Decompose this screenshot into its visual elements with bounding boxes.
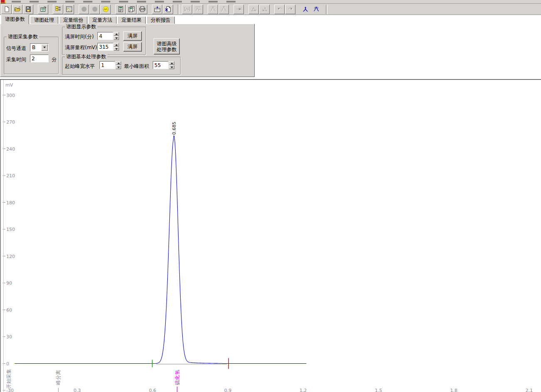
svg-text:210: 210 [6,173,15,179]
svg-text:270: 270 [6,119,15,125]
svg-text:180: 180 [6,200,15,206]
chevron-down-icon [43,47,46,50]
baseline-left-button[interactable] [248,5,259,14]
advanced-params-button[interactable]: 谱图高级 处理参数 [154,38,180,55]
spinner-up-button[interactable] [114,32,119,36]
panel-left-edge [0,80,1,392]
arrow-down-icon [171,67,173,69]
signal-trace [15,135,306,363]
spinner-down-button[interactable] [114,47,119,51]
toolbar-group [274,5,296,14]
peak-rt-label: 0.685 [171,122,177,135]
peak-start-mark-button[interactable] [208,5,218,14]
print-report-button[interactable] [137,5,147,14]
tab-quant-method[interactable]: 定量方法 [88,16,117,24]
toolbar-group [182,5,203,14]
component-label: 硫化氢 [174,370,180,385]
manual-peak-button[interactable] [300,5,310,14]
redo-button[interactable] [285,5,295,14]
chromatogram-plot[interactable]: mV3002702402101801501209060300-300.30.60… [0,80,541,392]
y-axis: mV3002702402101801501209060300-30 [3,82,15,392]
svg-text:60: 60 [6,308,12,313]
new-file-button[interactable] [1,5,12,14]
tab-quant-results[interactable]: 定量结果 [117,16,146,24]
fullscreen-range-button[interactable]: 满屏 [123,42,142,52]
goto-end-button[interactable] [233,5,244,14]
toolbar-group [115,5,148,14]
calculator-icon [117,6,124,12]
event-label: 峰分离 [55,370,61,385]
arrow-up-icon [171,61,173,64]
spinner-down-button[interactable] [169,65,174,69]
peak-tools-button[interactable] [311,5,321,14]
workspace: 谱图参数谱图处理定量组份定量方法定量结果分析报告 谱图采集参数 信号通道 B 采… [0,15,541,79]
svg-text:150: 150 [6,227,15,232]
peak-unzoom-button[interactable] [193,5,203,14]
record-gray-icon [81,6,87,12]
min-area-input[interactable] [153,61,169,69]
toolbar-group [300,5,322,14]
basic-group-title: 谱图基本处理参数 [65,54,107,60]
toolbar-group [1,5,34,14]
svg-text:30: 30 [6,334,12,340]
svg-text:2.1: 2.1 [526,388,533,392]
peak-zoom-button[interactable] [182,5,192,14]
svg-text:90: 90 [6,280,12,286]
view-signal-button[interactable] [100,5,111,14]
spinner-down-button[interactable] [114,36,119,40]
toolbar-group [53,5,74,14]
svg-text:0.6: 0.6 [149,388,156,392]
panel-left-line [3,80,4,392]
peak-arrow-up-icon [221,6,227,12]
sequence-grid-icon [66,6,72,12]
tab-analysis-report[interactable]: 分析报告 [146,16,175,24]
arrow-down-icon [115,48,118,51]
menu-bar[interactable] [0,0,541,4]
arrow-to-end-icon [236,6,242,12]
open-file-button[interactable] [12,5,22,14]
blue-peak-tools-icon [313,6,320,12]
save-button[interactable] [23,5,33,14]
undo-button[interactable] [274,5,285,14]
spinner-up-button[interactable] [116,61,121,65]
sequence-table-button[interactable] [64,5,74,14]
peak-bracket-icon [184,6,191,12]
fullscreen-range-spinner [114,43,119,51]
edit-report-button[interactable] [163,5,173,14]
peak-end-mark-button[interactable] [218,5,229,14]
spinner-down-button[interactable] [116,65,121,69]
open-folder-icon [14,6,21,12]
min-area-label: 最小峰面积 [124,63,149,70]
sample-register-button[interactable] [53,5,63,14]
spinner-up-button[interactable] [114,43,119,47]
advanced-params-line2: 处理参数 [157,47,177,52]
blue-peak-plus-icon [302,6,309,12]
fullscreen-time-input[interactable] [97,32,113,40]
save-icon [25,6,32,12]
fullscreen-time-button[interactable]: 满屏 [123,31,142,41]
report-table-button[interactable] [38,5,48,14]
stop-acquisition-button[interactable] [89,5,100,14]
toolbar-group [208,5,229,14]
collect-time-input[interactable] [30,55,49,62]
batch-calculate-button[interactable] [126,5,136,14]
svg-text:1.2: 1.2 [300,388,307,392]
tab-spectrum-params[interactable]: 谱图参数 [1,15,29,24]
advanced-params-line1: 谱图高级 [157,41,177,47]
baseline-right-button[interactable] [259,5,270,14]
baseline-left-icon [251,6,257,12]
start-acquisition-button[interactable] [79,5,89,14]
svg-text:1.8: 1.8 [450,388,458,392]
spinner-up-button[interactable] [169,61,174,65]
fullscreen-range-input[interactable] [97,43,113,51]
svg-text:mV: mV [5,82,13,88]
tab-quant-components[interactable]: 定量组份 [59,16,87,24]
combo-dropdown-button[interactable] [41,44,48,51]
tab-spectrum-process[interactable]: 谱图处理 [30,16,58,24]
calculate-button[interactable] [115,5,126,14]
signal-channel-select[interactable]: B [30,43,49,52]
arrow-down-icon [117,67,120,69]
sample-cascade-icon [55,6,62,12]
import-data-button[interactable] [152,5,162,14]
peak-width-input[interactable] [99,61,115,69]
